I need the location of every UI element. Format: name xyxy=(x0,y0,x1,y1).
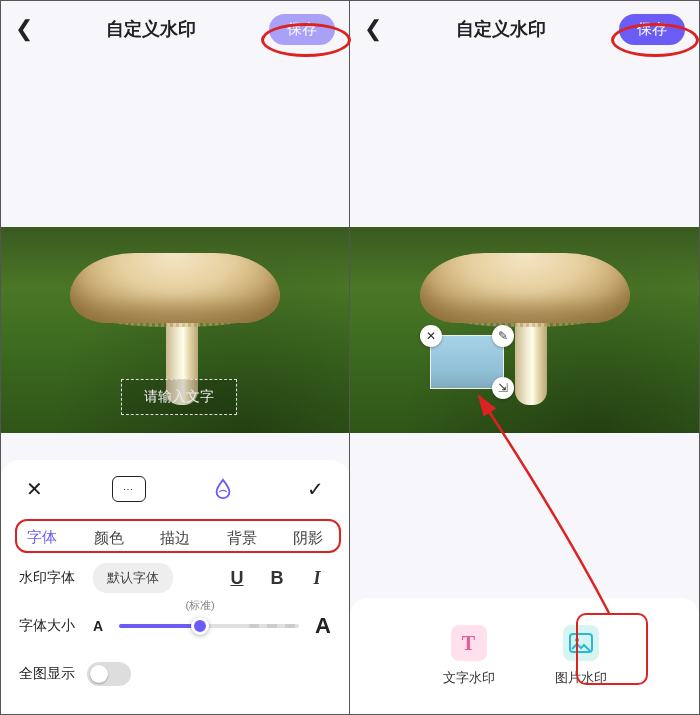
size-max-icon: A xyxy=(315,613,331,639)
italic-button[interactable]: I xyxy=(303,568,331,589)
font-selector[interactable]: 默认字体 xyxy=(93,563,173,593)
bold-button[interactable]: B xyxy=(263,568,291,589)
edit-handle[interactable]: ✎ xyxy=(492,325,514,347)
underline-button[interactable]: U xyxy=(223,568,251,589)
tab-shadow[interactable]: 阴影 xyxy=(291,525,325,552)
svg-point-1 xyxy=(575,638,579,642)
back-button[interactable]: ❮ xyxy=(15,16,33,42)
size-label: 字体大小 xyxy=(19,617,81,635)
preview-image[interactable]: 请输入文字 xyxy=(1,227,349,433)
edit-panel: ✕ ⋯ ✓ 字体 颜色 描边 背景 阴影 水印字体 默认字体 U B I xyxy=(1,460,349,714)
watermark-image[interactable]: ✕ ✎ ⇲ xyxy=(430,335,504,389)
style-icon[interactable] xyxy=(208,474,238,504)
text-watermark-label: 文字水印 xyxy=(443,669,495,687)
style-tabs: 字体 颜色 描边 背景 阴影 xyxy=(19,522,331,554)
tab-stroke[interactable]: 描边 xyxy=(158,525,192,552)
delete-handle[interactable]: ✕ xyxy=(420,325,442,347)
close-icon[interactable]: ✕ xyxy=(19,474,49,504)
page-title: 自定义水印 xyxy=(33,17,269,41)
size-standard-tick: (标准) xyxy=(185,598,214,613)
watermark-type-panel: T 文字水印 图片水印 xyxy=(350,598,699,714)
confirm-icon[interactable]: ✓ xyxy=(301,474,331,504)
page-title: 自定义水印 xyxy=(382,17,619,41)
full-display-toggle[interactable] xyxy=(87,662,131,686)
watermark-text-input[interactable]: 请输入文字 xyxy=(121,379,237,415)
save-button[interactable]: 保存 xyxy=(269,14,335,45)
text-watermark-option[interactable]: T 文字水印 xyxy=(443,625,495,687)
image-watermark-label: 图片水印 xyxy=(555,669,607,687)
mushroom-cap xyxy=(420,253,630,323)
size-slider[interactable]: (标准) xyxy=(119,612,299,640)
tab-font[interactable]: 字体 xyxy=(25,524,59,553)
size-min-icon: A xyxy=(93,618,103,634)
image-watermark-icon xyxy=(563,625,599,661)
keyboard-icon[interactable]: ⋯ xyxy=(112,476,146,502)
resize-handle[interactable]: ⇲ xyxy=(492,377,514,399)
tab-background[interactable]: 背景 xyxy=(225,525,259,552)
preview-image[interactable]: ✕ ✎ ⇲ xyxy=(350,227,699,433)
font-label: 水印字体 xyxy=(19,569,81,587)
text-watermark-icon: T xyxy=(451,625,487,661)
image-watermark-option[interactable]: 图片水印 xyxy=(555,625,607,687)
back-button[interactable]: ❮ xyxy=(364,16,382,42)
save-button[interactable]: 保存 xyxy=(619,14,685,45)
tab-color[interactable]: 颜色 xyxy=(92,525,126,552)
mushroom-cap xyxy=(70,253,280,323)
full-display-label: 全图显示 xyxy=(19,665,75,683)
